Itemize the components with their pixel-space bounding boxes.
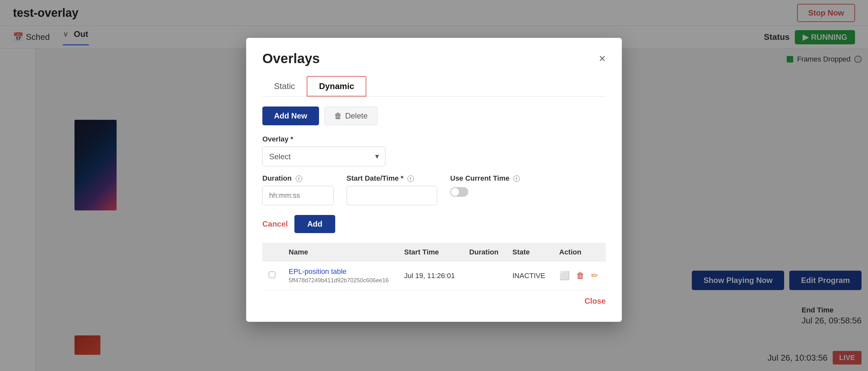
col-checkbox xyxy=(262,243,282,262)
overlay-select-wrapper: Select ▼ xyxy=(262,147,385,166)
form-buttons: Cancel Add xyxy=(262,215,606,233)
add-button[interactable]: Add xyxy=(294,215,336,233)
row-start-time-cell: Jul 19, 11:26:01 xyxy=(398,262,463,290)
tab-dynamic[interactable]: Dynamic xyxy=(307,76,366,97)
modal-actions: Add New 🗑 Delete xyxy=(262,106,606,125)
start-datetime-input[interactable] xyxy=(346,186,437,205)
duration-group: Duration i xyxy=(262,174,334,205)
cancel-button[interactable]: Cancel xyxy=(262,220,288,229)
duration-input[interactable] xyxy=(262,186,334,205)
add-new-button[interactable]: Add New xyxy=(262,106,319,125)
overlays-table: Name Start Time Duration State Action EP… xyxy=(262,243,606,290)
row-duration-cell xyxy=(463,262,506,290)
col-state: State xyxy=(506,243,553,262)
modal-title: Overlays xyxy=(262,51,320,66)
table-header: Name Start Time Duration State Action xyxy=(262,243,606,262)
row-action-cell: ⬜ 🗑 ✏ xyxy=(553,262,606,290)
col-action: Action xyxy=(553,243,606,262)
use-current-time-toggle[interactable] xyxy=(450,187,468,197)
duration-label: Duration i xyxy=(262,174,334,182)
action-icons: ⬜ 🗑 ✏ xyxy=(559,271,599,281)
start-date-group: Start Date/Time * i xyxy=(346,174,437,205)
close-modal-button[interactable]: Close xyxy=(585,297,606,306)
delete-label: Delete xyxy=(345,111,368,121)
modal-header: Overlays × xyxy=(262,51,606,66)
col-start-time: Start Time xyxy=(398,243,463,262)
row-checkbox-cell xyxy=(262,262,282,290)
overlay-id: 5ff478d7249b411d92b70250c606ee16 xyxy=(288,277,391,284)
square-icon[interactable]: ⬜ xyxy=(559,271,570,281)
duration-info-icon[interactable]: i xyxy=(296,175,302,182)
overlays-modal: Overlays × Static Dynamic Add New 🗑 Dele… xyxy=(246,38,622,322)
trash-icon: 🗑 xyxy=(334,111,342,121)
overlay-name-link[interactable]: EPL-position table xyxy=(288,267,346,275)
use-current-time-info-icon[interactable]: i xyxy=(513,175,520,182)
overlay-label: Overlay * xyxy=(262,135,606,143)
modal-tabs: Static Dynamic xyxy=(262,76,606,97)
form-row: Duration i Start Date/Time * i Use Curre… xyxy=(262,174,606,205)
delete-row-icon[interactable]: 🗑 xyxy=(576,271,585,281)
edit-row-icon[interactable]: ✏ xyxy=(591,271,598,281)
start-datetime-info-icon[interactable]: i xyxy=(407,175,414,182)
delete-button[interactable]: 🗑 Delete xyxy=(324,106,378,125)
use-current-time-label: Use Current Time i xyxy=(450,174,520,182)
table-row: EPL-position table 5ff478d7249b411d92b70… xyxy=(262,262,606,290)
modal-close-button[interactable]: × xyxy=(599,53,606,64)
col-duration: Duration xyxy=(463,243,506,262)
row-state-cell: INACTIVE xyxy=(506,262,553,290)
use-current-time-group: Use Current Time i xyxy=(450,174,520,197)
start-datetime-label: Start Date/Time * i xyxy=(346,174,437,182)
modal-footer: Close xyxy=(262,297,606,306)
table-body: EPL-position table 5ff478d7249b411d92b70… xyxy=(262,262,606,290)
overlay-select[interactable]: Select xyxy=(262,147,385,166)
col-name: Name xyxy=(282,243,398,262)
overlay-form-group: Overlay * Select ▼ xyxy=(262,135,606,166)
state-badge: INACTIVE xyxy=(513,271,545,279)
row-checkbox[interactable] xyxy=(269,271,275,278)
tab-static[interactable]: Static xyxy=(262,76,307,97)
row-name-cell: EPL-position table 5ff478d7249b411d92b70… xyxy=(282,262,398,290)
use-current-time-toggle-wrapper xyxy=(450,187,520,197)
